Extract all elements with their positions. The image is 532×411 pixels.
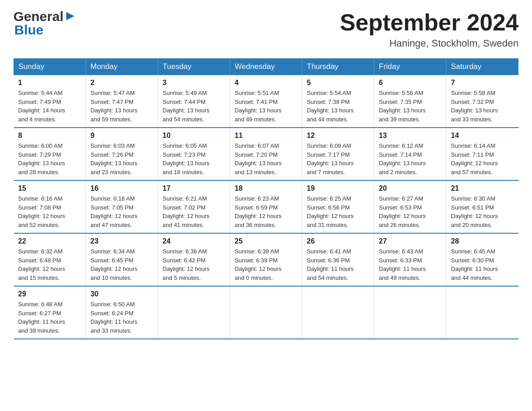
weekday-header-friday: Friday	[374, 59, 446, 75]
calendar-week-4: 22Sunrise: 6:32 AM Sunset: 6:48 PM Dayli…	[14, 233, 519, 286]
calendar-cell	[158, 286, 230, 339]
calendar-cell: 3Sunrise: 5:49 AM Sunset: 7:44 PM Daylig…	[158, 75, 230, 128]
day-info: Sunrise: 6:30 AM Sunset: 6:51 PM Dayligh…	[451, 194, 514, 229]
day-info: Sunrise: 6:12 AM Sunset: 7:14 PM Dayligh…	[379, 141, 442, 176]
calendar-cell	[230, 286, 302, 339]
calendar-cell: 6Sunrise: 5:56 AM Sunset: 7:35 PM Daylig…	[374, 75, 446, 128]
calendar-cell: 30Sunrise: 6:50 AM Sunset: 6:24 PM Dayli…	[86, 286, 158, 339]
day-info: Sunrise: 6:25 AM Sunset: 6:56 PM Dayligh…	[307, 194, 369, 229]
day-number: 14	[451, 132, 514, 140]
weekday-header-row: SundayMondayTuesdayWednesdayThursdayFrid…	[14, 59, 519, 75]
day-info: Sunrise: 6:00 AM Sunset: 7:29 PM Dayligh…	[18, 141, 82, 176]
day-info: Sunrise: 5:44 AM Sunset: 7:49 PM Dayligh…	[18, 89, 82, 124]
day-info: Sunrise: 6:03 AM Sunset: 7:26 PM Dayligh…	[90, 141, 153, 176]
day-info: Sunrise: 5:47 AM Sunset: 7:47 PM Dayligh…	[90, 89, 153, 124]
title-section: September 2024 Haninge, Stockholm, Swede…	[340, 9, 519, 49]
calendar-cell: 13Sunrise: 6:12 AM Sunset: 7:14 PM Dayli…	[374, 128, 446, 180]
calendar-title: September 2024	[340, 9, 519, 36]
day-info: Sunrise: 5:58 AM Sunset: 7:32 PM Dayligh…	[451, 89, 514, 124]
day-info: Sunrise: 6:07 AM Sunset: 7:20 PM Dayligh…	[235, 141, 297, 176]
calendar-cell: 7Sunrise: 5:58 AM Sunset: 7:32 PM Daylig…	[446, 75, 519, 128]
day-info: Sunrise: 6:48 AM Sunset: 6:27 PM Dayligh…	[18, 300, 82, 335]
logo-chevron-icon	[65, 11, 75, 23]
calendar-cell: 24Sunrise: 6:36 AM Sunset: 6:42 PM Dayli…	[158, 233, 230, 286]
day-number: 28	[451, 237, 514, 245]
day-number: 5	[307, 79, 369, 87]
day-info: Sunrise: 6:21 AM Sunset: 7:02 PM Dayligh…	[163, 194, 225, 229]
day-number: 29	[18, 290, 82, 298]
day-number: 6	[379, 79, 442, 87]
day-info: Sunrise: 6:39 AM Sunset: 6:39 PM Dayligh…	[235, 247, 297, 282]
calendar-cell: 10Sunrise: 6:05 AM Sunset: 7:23 PM Dayli…	[158, 128, 230, 180]
day-number: 3	[163, 79, 225, 87]
calendar-cell	[302, 286, 374, 339]
calendar-cell: 27Sunrise: 6:43 AM Sunset: 6:33 PM Dayli…	[374, 233, 446, 286]
calendar-cell: 25Sunrise: 6:39 AM Sunset: 6:39 PM Dayli…	[230, 233, 302, 286]
day-info: Sunrise: 6:05 AM Sunset: 7:23 PM Dayligh…	[163, 141, 225, 176]
calendar-cell: 20Sunrise: 6:27 AM Sunset: 6:53 PM Dayli…	[374, 180, 446, 233]
day-number: 26	[307, 237, 369, 245]
day-info: Sunrise: 6:50 AM Sunset: 6:24 PM Dayligh…	[90, 300, 153, 335]
logo: General Blue	[13, 9, 75, 38]
day-number: 30	[90, 290, 153, 298]
day-info: Sunrise: 5:56 AM Sunset: 7:35 PM Dayligh…	[379, 89, 442, 124]
logo-general-text: General	[13, 9, 64, 24]
calendar-subtitle: Haninge, Stockholm, Sweden	[340, 38, 519, 49]
day-info: Sunrise: 6:16 AM Sunset: 7:08 PM Dayligh…	[18, 194, 82, 229]
calendar-cell: 2Sunrise: 5:47 AM Sunset: 7:47 PM Daylig…	[86, 75, 158, 128]
day-info: Sunrise: 6:34 AM Sunset: 6:45 PM Dayligh…	[90, 247, 153, 282]
day-number: 4	[235, 79, 297, 87]
day-info: Sunrise: 6:32 AM Sunset: 6:48 PM Dayligh…	[18, 247, 82, 282]
day-number: 22	[18, 237, 82, 245]
svg-marker-0	[66, 12, 74, 20]
day-number: 2	[90, 79, 153, 87]
calendar-cell: 19Sunrise: 6:25 AM Sunset: 6:56 PM Dayli…	[302, 180, 374, 233]
day-number: 19	[307, 184, 369, 193]
day-info: Sunrise: 5:51 AM Sunset: 7:41 PM Dayligh…	[235, 89, 297, 124]
calendar-cell: 4Sunrise: 5:51 AM Sunset: 7:41 PM Daylig…	[230, 75, 302, 128]
page-header: General Blue September 2024 Haninge, Sto…	[13, 9, 519, 49]
calendar-week-3: 15Sunrise: 6:16 AM Sunset: 7:08 PM Dayli…	[14, 180, 519, 233]
day-number: 20	[379, 184, 442, 193]
calendar-cell: 23Sunrise: 6:34 AM Sunset: 6:45 PM Dayli…	[86, 233, 158, 286]
day-number: 12	[307, 132, 369, 140]
calendar-cell: 17Sunrise: 6:21 AM Sunset: 7:02 PM Dayli…	[158, 180, 230, 233]
day-info: Sunrise: 5:49 AM Sunset: 7:44 PM Dayligh…	[163, 89, 225, 124]
day-number: 1	[18, 79, 82, 87]
calendar-cell: 8Sunrise: 6:00 AM Sunset: 7:29 PM Daylig…	[14, 128, 86, 180]
day-number: 15	[18, 184, 82, 193]
day-info: Sunrise: 6:23 AM Sunset: 6:59 PM Dayligh…	[235, 194, 297, 229]
weekday-header-tuesday: Tuesday	[158, 59, 230, 75]
day-info: Sunrise: 6:14 AM Sunset: 7:11 PM Dayligh…	[451, 141, 514, 176]
day-number: 25	[235, 237, 297, 245]
calendar-cell: 5Sunrise: 5:54 AM Sunset: 7:38 PM Daylig…	[302, 75, 374, 128]
calendar-cell: 21Sunrise: 6:30 AM Sunset: 6:51 PM Dayli…	[446, 180, 519, 233]
day-info: Sunrise: 6:27 AM Sunset: 6:53 PM Dayligh…	[379, 194, 442, 229]
weekday-header-thursday: Thursday	[302, 59, 374, 75]
calendar-cell: 1Sunrise: 5:44 AM Sunset: 7:49 PM Daylig…	[14, 75, 86, 128]
day-info: Sunrise: 6:43 AM Sunset: 6:33 PM Dayligh…	[379, 247, 442, 282]
weekday-header-wednesday: Wednesday	[230, 59, 302, 75]
day-number: 24	[163, 237, 225, 245]
calendar-cell: 22Sunrise: 6:32 AM Sunset: 6:48 PM Dayli…	[14, 233, 86, 286]
day-number: 27	[379, 237, 442, 245]
day-number: 16	[90, 184, 153, 193]
calendar-cell: 16Sunrise: 6:18 AM Sunset: 7:05 PM Dayli…	[86, 180, 158, 233]
day-info: Sunrise: 6:41 AM Sunset: 6:36 PM Dayligh…	[307, 247, 369, 282]
day-number: 10	[163, 132, 225, 140]
calendar-cell: 9Sunrise: 6:03 AM Sunset: 7:26 PM Daylig…	[86, 128, 158, 180]
calendar-week-2: 8Sunrise: 6:00 AM Sunset: 7:29 PM Daylig…	[14, 128, 519, 180]
calendar-cell	[374, 286, 446, 339]
day-number: 7	[451, 79, 514, 87]
weekday-header-saturday: Saturday	[446, 59, 519, 75]
calendar-cell: 12Sunrise: 6:09 AM Sunset: 7:17 PM Dayli…	[302, 128, 374, 180]
day-number: 18	[235, 184, 297, 193]
day-number: 21	[451, 184, 514, 193]
logo-blue-text: Blue	[14, 22, 43, 37]
day-info: Sunrise: 6:18 AM Sunset: 7:05 PM Dayligh…	[90, 194, 153, 229]
calendar-cell: 15Sunrise: 6:16 AM Sunset: 7:08 PM Dayli…	[14, 180, 86, 233]
weekday-header-sunday: Sunday	[14, 59, 86, 75]
day-number: 13	[379, 132, 442, 140]
calendar-week-1: 1Sunrise: 5:44 AM Sunset: 7:49 PM Daylig…	[14, 75, 519, 128]
calendar-cell	[446, 286, 519, 339]
